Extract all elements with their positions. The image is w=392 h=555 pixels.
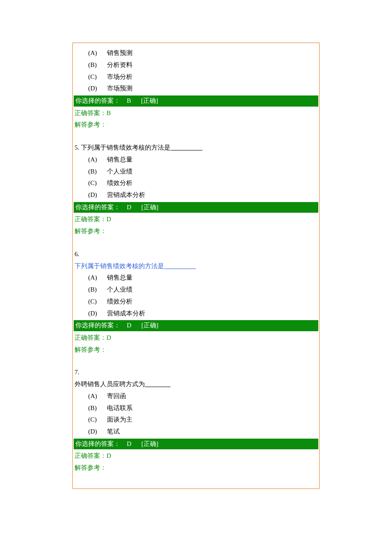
q4-correct-answer: 正确答案：B	[73, 107, 319, 119]
q7-option-c: (C) 面谈为主	[73, 414, 319, 426]
q4-option-b: (B) 分析资料	[73, 59, 319, 71]
q5-header: 5. 下列属于销售绩效考核的方法是__________	[73, 142, 319, 154]
q4-option-c: (C) 市场分析	[73, 71, 319, 83]
option-text: 营销成本分析	[107, 310, 145, 317]
q7-option-b: (B) 电话联系	[73, 402, 319, 414]
correct-answer-value: D	[107, 216, 111, 223]
option-letter: (D)	[88, 308, 105, 320]
option-text: 面谈为主	[107, 416, 133, 423]
your-choice-label: 你选择的答案：	[75, 440, 120, 447]
q7-option-a: (A) 寄回函	[73, 390, 319, 402]
correct-answer-label: 正确答案：	[75, 452, 107, 459]
option-letter: (D)	[88, 83, 105, 95]
option-text: 笔试	[107, 428, 120, 435]
option-letter: (B)	[88, 402, 105, 414]
correct-answer-value: D	[107, 452, 111, 459]
question-text: 外聘销售人员应聘方式为	[75, 381, 145, 387]
blank-line: ________	[145, 381, 170, 387]
your-choice-value: D	[127, 440, 132, 447]
q7-correct-answer: 正确答案：D	[73, 450, 319, 462]
option-letter: (A)	[88, 272, 105, 284]
question-text: 下列属于销售绩效考核的方法是	[81, 144, 170, 151]
option-letter: (D)	[88, 426, 105, 438]
your-choice-value: D	[127, 322, 132, 329]
q5-option-a: (A) 销售总量	[73, 154, 319, 166]
q7-your-choice-banner: 你选择的答案： D [正确]	[74, 439, 318, 450]
q6-option-a: (A) 销售总量	[73, 272, 319, 284]
option-letter: (C)	[88, 177, 105, 189]
option-text: 销售预测	[107, 49, 133, 56]
q4-explanation: 解答参考：	[73, 119, 319, 131]
document-frame: (A) 销售预测 (B) 分析资料 (C) 市场分析 (D) 市场预测 你选择的…	[72, 43, 320, 489]
your-choice-value: B	[127, 97, 131, 104]
option-text: 营销成本分析	[107, 191, 145, 198]
option-letter: (A)	[88, 154, 105, 166]
option-letter: (B)	[88, 59, 105, 71]
q5-option-c: (C) 绩效分析	[73, 177, 319, 189]
correct-answer-value: D	[107, 334, 111, 341]
q7-number: 7.	[73, 367, 319, 379]
option-letter: (B)	[88, 284, 105, 296]
status-correct: [正确]	[141, 204, 159, 211]
option-text: 市场分析	[107, 73, 133, 80]
your-choice-label: 你选择的答案：	[75, 322, 120, 329]
option-text: 分析资料	[107, 61, 133, 68]
status-correct: [正确]	[141, 97, 158, 104]
q5-your-choice-banner: 你选择的答案： D [正确]	[74, 202, 318, 213]
q6-explanation: 解答参考：	[73, 344, 319, 356]
option-letter: (D)	[88, 189, 105, 201]
your-choice-label: 你选择的答案：	[75, 204, 120, 211]
q5-correct-answer: 正确答案：D	[73, 214, 319, 225]
option-letter: (A)	[88, 390, 105, 402]
question-number: 7.	[75, 369, 79, 376]
question-text: 下列属于销售绩效考核的方法是	[75, 263, 164, 269]
option-text: 电话联系	[107, 405, 133, 411]
explain-label: 解答参考：	[75, 464, 107, 471]
q4-option-a: (A) 销售预测	[73, 47, 319, 59]
option-letter: (C)	[88, 71, 105, 83]
correct-answer-value: B	[107, 110, 111, 116]
blank-line: __________	[170, 144, 202, 151]
q7-explanation: 解答参考：	[73, 462, 319, 474]
q5-option-b: (B) 个人业绩	[73, 166, 319, 178]
option-text: 销售总量	[107, 274, 133, 281]
explain-label: 解答参考：	[75, 121, 107, 128]
option-text: 个人业绩	[107, 286, 133, 293]
option-letter: (B)	[88, 166, 105, 178]
q6-option-d: (D) 营销成本分析	[73, 308, 319, 320]
q4-your-choice-banner: 你选择的答案： B [正确]	[74, 95, 318, 107]
correct-answer-label: 正确答案：	[75, 216, 107, 223]
blank-line: __________	[164, 263, 196, 269]
option-letter: (A)	[88, 47, 105, 59]
question-number: 5.	[75, 144, 79, 151]
explain-label: 解答参考：	[75, 228, 107, 234]
option-letter: (C)	[88, 296, 105, 308]
q6-number: 6.	[73, 249, 319, 260]
status-correct: [正确]	[141, 440, 159, 447]
q6-your-choice-banner: 你选择的答案： D [正确]	[74, 320, 318, 331]
q7-text: 外聘销售人员应聘方式为________	[73, 379, 319, 390]
q5-explanation: 解答参考：	[73, 225, 319, 237]
option-text: 绩效分析	[107, 179, 133, 186]
q6-text-link[interactable]: 下列属于销售绩效考核的方法是__________	[73, 260, 319, 272]
q4-option-d: (D) 市场预测	[73, 83, 319, 95]
option-text: 绩效分析	[107, 298, 133, 305]
option-text: 销售总量	[107, 156, 133, 163]
q5-option-d: (D) 营销成本分析	[73, 189, 319, 201]
correct-answer-label: 正确答案：	[75, 110, 107, 116]
q6-correct-answer: 正确答案：D	[73, 332, 319, 344]
q7-option-d: (D) 笔试	[73, 426, 319, 438]
option-text: 寄回函	[107, 393, 126, 399]
your-choice-label: 你选择的答案：	[75, 97, 120, 104]
question-number: 6.	[75, 251, 79, 257]
option-text: 市场预测	[107, 85, 133, 92]
your-choice-value: D	[127, 204, 132, 211]
status-correct: [正确]	[141, 322, 159, 329]
q6-option-c: (C) 绩效分析	[73, 296, 319, 308]
option-letter: (C)	[88, 414, 105, 426]
correct-answer-label: 正确答案：	[75, 334, 107, 341]
option-text: 个人业绩	[107, 168, 133, 175]
explain-label: 解答参考：	[75, 346, 107, 353]
q6-option-b: (B) 个人业绩	[73, 284, 319, 296]
